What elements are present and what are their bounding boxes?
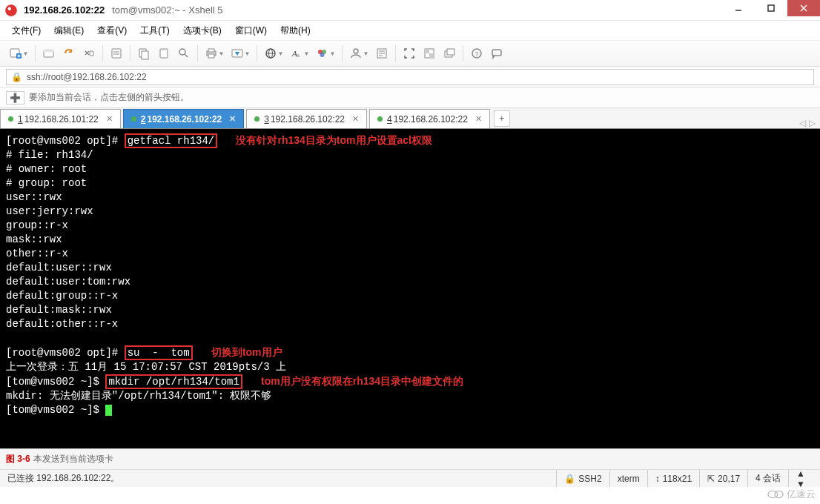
svg-rect-13	[90, 51, 93, 56]
watermark-text: 亿速云	[787, 488, 816, 501]
paste-button[interactable]	[154, 44, 173, 63]
status-pos: ⇱ 20,17	[699, 470, 747, 487]
status-protocol: 🔒SSH2	[556, 470, 609, 487]
status-dot-icon	[8, 116, 13, 122]
close-tab-icon[interactable]: ✕	[229, 114, 236, 124]
menu-edit[interactable]: 编辑(E)	[50, 23, 88, 39]
hint-text: 要添加当前会话，点击左侧的箭头按钮。	[29, 91, 189, 104]
app-icon	[4, 4, 18, 17]
disconnect-button[interactable]	[79, 44, 99, 63]
new-session-button[interactable]: ▼	[6, 44, 31, 63]
add-session-icon[interactable]: ➕	[6, 91, 24, 105]
help-button[interactable]: ?	[467, 44, 486, 63]
close-tab-icon[interactable]: ✕	[352, 114, 359, 124]
script-button[interactable]	[372, 44, 391, 63]
svg-rect-48	[492, 50, 501, 56]
session-tab-2[interactable]: 2 192.168.26.102:22✕	[123, 109, 244, 128]
minimize-button[interactable]	[722, 0, 755, 16]
watermark: 亿速云	[767, 488, 816, 501]
close-button[interactable]	[787, 0, 820, 16]
figure-label: 图 3-6	[6, 453, 30, 465]
xftp-button[interactable]: ▼	[228, 44, 253, 63]
color-button[interactable]: ▼	[313, 44, 338, 63]
svg-rect-25	[208, 54, 214, 58]
toolbar: ▼ ▼ ▼ ▼ Aa▼ ▼ ▼ ?	[0, 40, 820, 67]
font-button[interactable]: Aa▼	[287, 44, 312, 63]
annotation-switch-user: 切换到tom用户	[211, 346, 282, 358]
svg-point-50	[775, 491, 783, 497]
reconnect-button[interactable]	[59, 44, 79, 63]
highlight-cmd-getfacl: getfacl rh134/	[125, 133, 218, 148]
user-button[interactable]: ▼	[346, 44, 371, 63]
fullscreen-button[interactable]	[400, 44, 419, 63]
menu-help[interactable]: 帮助(H)	[276, 23, 315, 39]
find-button[interactable]	[174, 44, 194, 63]
svg-point-0	[5, 4, 17, 16]
svg-rect-24	[208, 49, 214, 52]
tab-label: 192.168.26.102:22	[147, 114, 222, 125]
svg-rect-14	[112, 49, 121, 58]
close-tab-icon[interactable]: ✕	[475, 114, 482, 124]
hintbar: ➕ 要添加当前会话，点击左侧的箭头按钮。	[0, 87, 820, 108]
highlight-cmd-mkdir: mkdir /opt/rh134/tom1	[105, 374, 242, 389]
transparent-button[interactable]	[420, 44, 439, 63]
svg-rect-42	[425, 49, 429, 53]
svg-point-35	[320, 53, 324, 57]
menu-window[interactable]: 窗口(W)	[231, 23, 271, 39]
svg-line-22	[185, 54, 188, 57]
add-tab-button[interactable]: +	[494, 110, 510, 127]
address-input[interactable]: 🔒 ssh://root@192.168.26.102:22	[6, 69, 814, 85]
svg-point-1	[8, 7, 12, 10]
svg-rect-20	[162, 48, 166, 50]
print-button[interactable]: ▼	[202, 44, 227, 63]
cursor	[105, 405, 112, 416]
tab-label: 192.168.26.102:22	[394, 114, 468, 125]
svg-rect-43	[429, 53, 434, 58]
menu-file[interactable]: 文件(F)	[7, 23, 45, 39]
window-title-sub: tom@vms002:~ - Xshell 5	[112, 4, 222, 16]
feedback-button[interactable]	[487, 44, 506, 63]
svg-text:?: ?	[475, 50, 479, 58]
lock-icon: 🔒	[11, 72, 22, 82]
window-buttons	[722, 0, 820, 16]
terminal[interactable]: [root@vms002 opt]# getfacl rh134/ 没有针对rh…	[0, 129, 820, 448]
compose-bar[interactable]: 图 3-6 本发送到当前选项卡	[0, 448, 820, 469]
svg-point-21	[179, 49, 185, 55]
status-sessions: 4 会话	[747, 470, 788, 487]
status-size: ↕ 118x21	[647, 470, 699, 487]
svg-rect-18	[142, 51, 148, 59]
session-tab-1[interactable]: 1 192.168.26.101:22✕	[0, 109, 121, 128]
status-dot-icon	[131, 116, 136, 122]
addressbar: 🔒 ssh://root@192.168.26.102:22	[0, 67, 820, 87]
status-updown-icon[interactable]: ▲▼	[788, 470, 813, 487]
encoding-button[interactable]: ▼	[261, 44, 286, 63]
svg-text:a: a	[297, 53, 300, 58]
window-title-main: 192.168.26.102:22	[24, 4, 105, 16]
svg-point-36	[354, 49, 358, 53]
address-text: ssh://root@192.168.26.102:22	[27, 72, 147, 82]
annotation-no-acl: 没有针对rh134目录为tom用户设置acl权限	[236, 134, 432, 146]
always-on-top-button[interactable]	[440, 44, 459, 63]
tab-next-icon[interactable]: ▷	[809, 118, 816, 128]
lock-icon: 🔒	[564, 474, 575, 484]
close-tab-icon[interactable]: ✕	[106, 114, 113, 124]
tab-prev-icon[interactable]: ◁	[799, 118, 806, 128]
titlebar: 192.168.26.102:22 tom@vms002:~ - Xshell …	[0, 0, 820, 21]
svg-rect-45	[447, 49, 454, 55]
copy-button[interactable]	[134, 44, 153, 63]
menu-tools[interactable]: 工具(T)	[136, 23, 173, 39]
menubar: 文件(F) 编辑(E) 查看(V) 工具(T) 选项卡(B) 窗口(W) 帮助(…	[0, 21, 820, 40]
properties-button[interactable]	[107, 44, 126, 63]
menu-tab[interactable]: 选项卡(B)	[179, 23, 226, 39]
status-connection: 已连接 192.168.26.102:22。	[7, 470, 556, 487]
session-tab-3[interactable]: 3 192.168.26.102:22✕	[246, 109, 367, 128]
maximize-button[interactable]	[755, 0, 787, 16]
session-tab-4[interactable]: 4 192.168.26.102:22✕	[369, 109, 490, 128]
menu-view[interactable]: 查看(V)	[93, 23, 131, 39]
compose-placeholder: 本发送到当前选项卡	[33, 453, 113, 465]
tab-label: 192.168.26.101:22	[24, 114, 99, 125]
status-dot-icon	[254, 116, 259, 122]
open-button[interactable]	[39, 44, 59, 63]
status-dot-icon	[377, 116, 383, 122]
svg-rect-3	[768, 5, 774, 11]
